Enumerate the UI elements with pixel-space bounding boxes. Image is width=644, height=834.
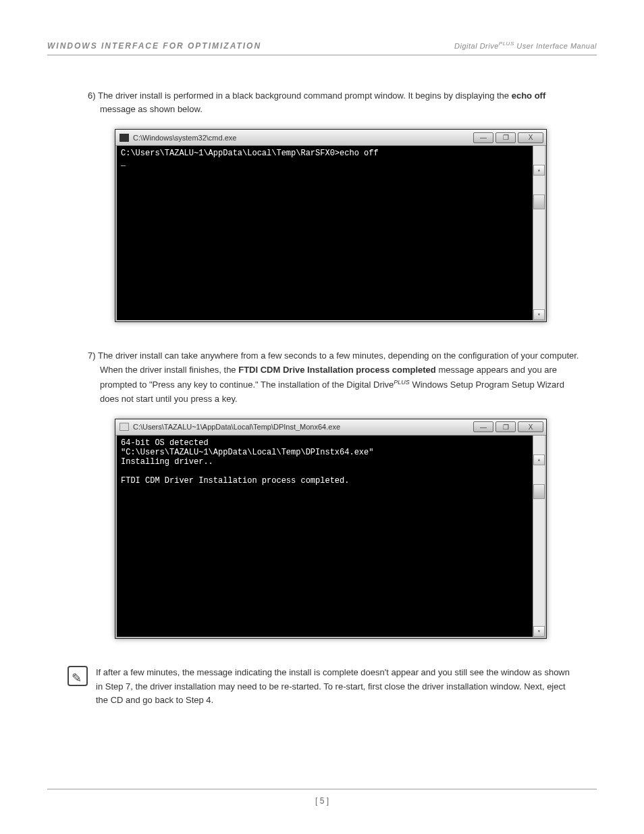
scroll-up-icon[interactable]: ▴ xyxy=(533,454,545,465)
page-number: [ 5 ] xyxy=(315,796,329,806)
page-footer: [ 5 ] xyxy=(47,789,597,806)
cmd-window-1: C:\Windows\system32\cmd.exe — ❐ X C:\Use… xyxy=(115,129,547,322)
cmd-body: 64-bit OS detected "C:\Users\TAZALU~1\Ap… xyxy=(115,436,546,638)
maximize-button[interactable]: ❐ xyxy=(495,132,516,143)
scroll-up-icon[interactable]: ▴ xyxy=(533,165,545,176)
minimize-button[interactable]: — xyxy=(473,421,493,432)
scroll-down-icon[interactable]: ▾ xyxy=(533,309,545,320)
page-header: WINDOWS INTERFACE FOR OPTIMIZATION Digit… xyxy=(47,41,597,55)
cmd-icon xyxy=(119,134,129,142)
cmd-body: C:\Users\TAZALU~1\AppData\Local\Temp\Rar… xyxy=(115,146,546,321)
scrollbar[interactable]: ▴ ▾ xyxy=(533,146,545,320)
maximize-button[interactable]: ❐ xyxy=(495,421,516,432)
note-text: If after a few minutes, the message indi… xyxy=(96,666,576,708)
cmd-window-2: C:\Users\TAZALU~1\AppData\Local\Temp\DPI… xyxy=(115,419,547,639)
window-title: C:\Users\TAZALU~1\AppData\Local\Temp\DPI… xyxy=(133,423,340,431)
scrollbar[interactable]: ▴ ▾ xyxy=(533,436,545,637)
close-button[interactable]: X xyxy=(518,132,543,143)
header-manual-title: Digital DrivePLUS User Interface Manual xyxy=(454,41,597,50)
scroll-thumb[interactable] xyxy=(533,194,545,209)
header-section-title: WINDOWS INTERFACE FOR OPTIMIZATION xyxy=(47,41,261,51)
titlebar: C:\Users\TAZALU~1\AppData\Local\Temp\DPI… xyxy=(115,419,546,436)
note-block: If after a few minutes, the message indi… xyxy=(68,666,583,708)
minimize-button[interactable]: — xyxy=(473,132,493,143)
page-content: 6) The driver install is performed in a … xyxy=(47,89,597,708)
scroll-down-icon[interactable]: ▾ xyxy=(533,626,545,637)
step-6-text: 6) The driver install is performed in a … xyxy=(88,89,583,118)
step-7-text: 7) The driver install can take anywhere … xyxy=(88,349,583,407)
scroll-thumb[interactable] xyxy=(533,484,545,499)
window-title: C:\Windows\system32\cmd.exe xyxy=(133,134,236,142)
note-icon xyxy=(68,666,88,686)
app-icon xyxy=(119,423,129,431)
close-button[interactable]: X xyxy=(518,421,543,432)
titlebar: C:\Windows\system32\cmd.exe — ❐ X xyxy=(115,130,546,146)
